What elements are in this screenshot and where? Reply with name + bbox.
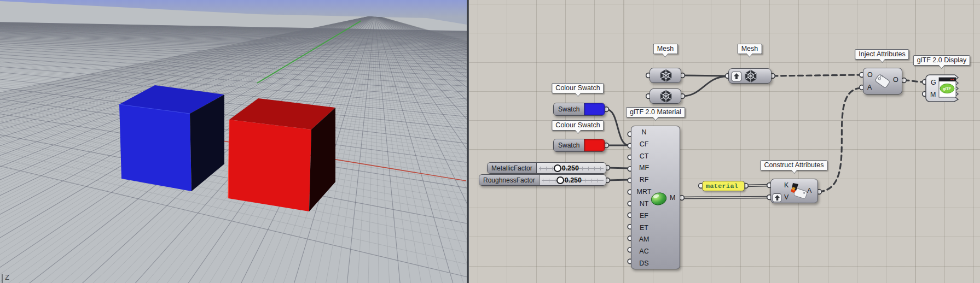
mesh-param-1[interactable] [650,68,681,83]
blue-cube[interactable] [119,85,224,191]
mesh-icon [659,89,673,103]
material-input-ds[interactable]: DS [632,258,656,268]
material-input-labels: N CF CT MF RF MRT NT EF ET AM AC DS [632,127,656,268]
mesh-param-2[interactable] [650,89,681,104]
gltf-logo-text: glTF [943,87,951,91]
display-input-m[interactable]: M [930,91,936,98]
mesh-component[interactable] [728,68,772,84]
material-input-n[interactable]: N [632,127,656,137]
mesh-icon [659,68,673,82]
material-output-label: M [670,194,675,202]
material-input-ef[interactable]: EF [632,211,656,221]
slider-knob[interactable] [554,164,561,172]
nameplate-colour-swatch-2: Colour Swatch [552,120,604,131]
slider-track[interactable]: 0.250 [540,175,606,185]
construct-input-k[interactable]: K [784,181,788,189]
swatch-button[interactable]: Swatch [554,103,584,115]
material-input-et[interactable]: ET [632,223,656,233]
slider-name: MetallicFactor [488,163,537,173]
red-cube-front[interactable] [228,120,311,211]
material-input-cf[interactable]: CF [632,139,656,149]
blue-cube-front[interactable] [119,104,192,191]
nameplate-construct-attributes: Construct Attributes [760,160,827,170]
nameplate-mesh-component: Mesh [738,44,762,54]
colour-swatch-blue[interactable]: Swatch [553,103,605,116]
material-input-mrt[interactable]: MRT [632,187,656,197]
slider-name: RoughnessFactor [479,175,540,185]
construct-input-v[interactable]: V [784,193,788,201]
slider-knob[interactable] [556,176,564,184]
slider-value: 0.250 [565,176,582,184]
swatch-color-blue[interactable] [584,103,605,115]
construct-output-a[interactable]: A [807,187,811,194]
panel-text: material [706,182,738,190]
material-input-mf[interactable]: MF [632,163,656,173]
rhino-3d-viewport[interactable]: Z [0,0,467,283]
mesh-icon [744,69,758,83]
red-cube[interactable] [228,98,335,211]
material-input-am[interactable]: AM [632,234,656,244]
nameplate-colour-swatch-1: Colour Swatch [552,83,604,93]
nameplate-inject-attributes: Inject Attributes [855,49,909,60]
z-axis-label: Z [5,273,9,281]
slider-metallic-factor[interactable]: MetallicFactor 0.250 [487,162,606,174]
material-input-rf[interactable]: RF [632,175,656,185]
slider-roughness-factor[interactable]: RoughnessFactor 0.250 [479,174,606,186]
inject-input-a[interactable]: A [867,84,872,91]
slider-value: 0.250 [562,164,579,172]
nameplate-gltf-display: glTF 2.0 Display [913,55,970,66]
app-window: { "viewport": { "axis_z_label": "Z", "co… [0,0,980,283]
inject-attributes-component[interactable]: O A O [863,68,902,95]
material-panel[interactable]: material [702,181,745,191]
slider-track[interactable]: 0.250 [537,163,606,173]
inject-input-o[interactable]: O [867,71,873,79]
swatch-color-red[interactable] [584,139,605,151]
swatch-button[interactable]: Swatch [554,139,584,151]
display-input-g[interactable]: G [931,79,936,86]
material-input-nt[interactable]: NT [632,199,656,209]
inject-attributes-icon [873,71,892,91]
gltf-logo-icon: glTF [939,78,956,97]
material-input-ct[interactable]: CT [632,151,656,161]
gltf-display-component[interactable]: G M glTF [925,74,963,102]
grasshopper-canvas[interactable] [469,0,980,283]
nameplate-gltf-material: glTF 2.0 Material [626,107,685,117]
construct-attributes-component[interactable]: K V A [770,179,818,203]
nameplate-mesh-param: Mesh [653,44,678,54]
material-input-ac[interactable]: AC [632,246,656,256]
colour-swatch-red[interactable]: Swatch [553,139,605,152]
inject-output-o[interactable]: O [893,76,898,84]
flatten-arrow-icon[interactable] [773,193,781,202]
flatten-arrow-icon[interactable] [732,72,741,81]
